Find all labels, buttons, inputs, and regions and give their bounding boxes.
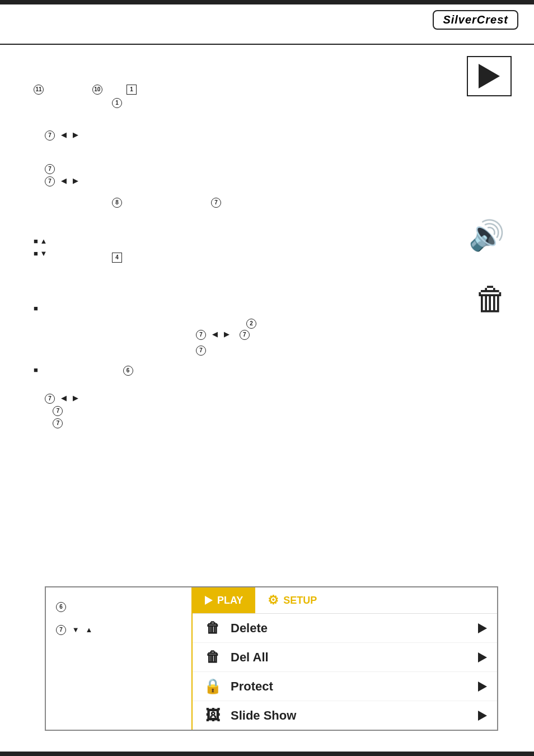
protect-arrow: [478, 682, 487, 692]
text-section-10: 7 ◀ ▶ 7: [196, 328, 250, 340]
circle-8: 8: [112, 198, 122, 208]
menu-item-delete[interactable]: 🗑 Delete: [193, 614, 497, 643]
circle-7a: 7: [45, 130, 55, 141]
setup-tab-label: SETUP: [283, 595, 317, 606]
menu-tab-header: PLAY ⚙ SETUP: [193, 587, 497, 614]
circle-2: 2: [246, 319, 256, 329]
delete-label: Delete: [231, 621, 268, 636]
text-section-6: ■ ▲ ■ ▼: [34, 235, 47, 260]
menu-item-protect[interactable]: 🔒 Protect: [193, 672, 497, 701]
circle-7b: 7: [45, 164, 55, 174]
circle-7g: 7: [196, 346, 206, 356]
menu-left-arrows: 7 ▼ ▲: [56, 626, 92, 634]
circle-7i: 7: [53, 406, 63, 416]
bottom-bar: [0, 752, 534, 756]
menu-left-circle: 6: [56, 602, 66, 610]
square-1: 1: [127, 85, 137, 95]
circle-7f: 7: [240, 330, 250, 340]
circle-7k: 7: [56, 625, 66, 635]
menu-item-slideshow[interactable]: 🖼 Slide Show: [193, 701, 497, 730]
setup-tab[interactable]: ⚙ SETUP: [255, 587, 329, 613]
delall-arrow: [478, 652, 487, 662]
circle-7j: 7: [53, 418, 63, 428]
text-section-8: ■: [34, 302, 38, 315]
menu-item-protect-left: 🔒 Protect: [203, 678, 273, 695]
slideshow-icon: 🖼: [203, 707, 223, 724]
menu-panel-inner: 6 7 ▼ ▲ PLAY ⚙ SETUP: [46, 587, 497, 730]
circle-1a: 1: [112, 98, 122, 108]
menu-item-delete-left: 🗑 Delete: [203, 619, 268, 637]
play-button-large[interactable]: [467, 56, 512, 96]
brand-logo: SilverCrest: [433, 10, 518, 30]
circle-7d: 7: [211, 198, 221, 208]
text-section-5: 8 7: [112, 196, 221, 208]
text-section-3: 7 ◀ ▶: [45, 129, 78, 141]
text-section-11: 7: [196, 344, 206, 356]
circle-10: 10: [92, 85, 102, 95]
text-section-4: 7 7 ◀ ▶: [45, 162, 78, 187]
slideshow-arrow: [478, 711, 487, 721]
top-divider: [0, 44, 534, 45]
delall-icon: 🗑: [203, 648, 223, 666]
speaker-icon: 🔊: [469, 218, 505, 253]
brand-name: SilverCrest: [443, 13, 508, 26]
protect-icon: 🔒: [203, 678, 223, 695]
circle-11: 11: [34, 85, 44, 95]
circle-7h: 7: [45, 394, 55, 404]
text-section-9: 2: [246, 317, 256, 329]
play-tab-icon: [205, 596, 213, 605]
setup-icon: ⚙: [268, 593, 279, 608]
slideshow-label: Slide Show: [231, 708, 296, 723]
text-section-7: 4: [112, 251, 122, 263]
trash-icon-large: 🗑: [475, 280, 507, 318]
circle-7c: 7: [45, 176, 55, 186]
menu-left-column: 6 7 ▼ ▲: [46, 587, 191, 730]
text-section-2: 1: [112, 96, 122, 109]
menu-right-column: PLAY ⚙ SETUP 🗑 Delete: [191, 587, 497, 730]
text-section-13: 7 ◀ ▶ 7 7: [45, 392, 78, 429]
circle-6b: 6: [56, 602, 66, 612]
square-4: 4: [112, 253, 122, 263]
play-icon: [479, 64, 500, 88]
text-section-1: 11 10 1: [34, 83, 302, 95]
delete-icon: 🗑: [203, 619, 223, 637]
play-tab-label: PLAY: [217, 595, 243, 606]
delete-arrow: [478, 623, 487, 633]
protect-label: Protect: [231, 679, 273, 694]
delall-label: Del All: [231, 650, 269, 665]
play-tab[interactable]: PLAY: [193, 587, 255, 613]
menu-panel-outer: 6 7 ▼ ▲ PLAY ⚙ SETUP: [45, 586, 498, 731]
menu-item-slideshow-left: 🖼 Slide Show: [203, 707, 296, 724]
circle-6a: 6: [123, 366, 133, 376]
text-section-12: ■ 6: [34, 364, 133, 376]
circle-7e: 7: [196, 330, 206, 340]
menu-items-list: 🗑 Delete 🗑 Del All 🔒: [193, 614, 497, 730]
menu-item-delall[interactable]: 🗑 Del All: [193, 643, 497, 672]
menu-item-delall-left: 🗑 Del All: [203, 648, 269, 666]
top-bar: [0, 0, 534, 4]
